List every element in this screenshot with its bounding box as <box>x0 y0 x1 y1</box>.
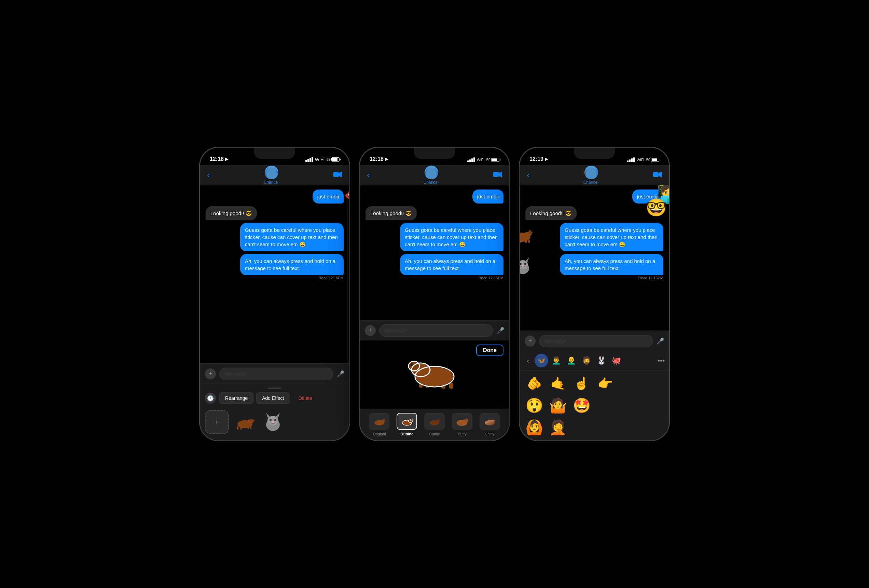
message-row-2-1: just emoji <box>365 190 504 203</box>
video-button-1[interactable] <box>334 171 342 179</box>
emoji-cell-17[interactable] <box>618 417 639 437</box>
effect-original[interactable]: Original <box>369 413 389 436</box>
emoji-cat-octopus[interactable]: 🐙 <box>610 354 623 367</box>
message-row-3-1: just emoji 🧑‍💻 <box>525 190 663 203</box>
signal-2 <box>467 157 475 162</box>
message-input-1[interactable]: iMessage <box>219 368 334 380</box>
video-button-2[interactable] <box>493 171 502 179</box>
dino-sticker-1[interactable] <box>233 410 257 434</box>
status-icons-2: WiFi 59 <box>467 157 500 162</box>
svg-point-35 <box>411 419 413 421</box>
effect-outline[interactable]: Outline <box>397 413 417 436</box>
rearrange-button[interactable]: Rearrange <box>219 392 254 404</box>
nav-center-2[interactable]: Chance › <box>424 166 440 185</box>
svg-rect-52 <box>520 240 521 243</box>
emoji-cat-memoji1[interactable]: 👨‍🦱 <box>550 354 563 367</box>
svg-point-42 <box>465 418 468 421</box>
effect-label-comic: Comic <box>429 432 440 436</box>
emoji-cell-4[interactable]: 👉 <box>595 373 615 394</box>
emoji-cell-14[interactable]: 🤦 <box>547 417 568 437</box>
emoji-cell-2[interactable]: 🤙 <box>547 373 568 394</box>
message-input-2[interactable]: iMessage <box>379 324 493 337</box>
cat-sticker-1[interactable] <box>261 410 285 434</box>
emoji-cat-bunny[interactable]: 🐰 <box>595 354 608 367</box>
effect-puffy[interactable]: Puffy <box>452 413 472 436</box>
phones-container: 12:18 ▶ WiFi 59 <box>199 147 670 441</box>
contact-name-1: Chance › <box>264 180 280 185</box>
signal-3 <box>627 157 635 162</box>
emoji-cell-9[interactable]: 🤩 <box>571 395 592 416</box>
message-bubble-1: just emoji 🎸 <box>313 190 344 203</box>
emoji-cell-8[interactable]: 🤷 <box>547 395 568 416</box>
emoji-cell-10[interactable] <box>595 395 615 416</box>
nav-center-1[interactable]: Chance › <box>264 166 280 185</box>
emoji-cell-7[interactable]: 😲 <box>524 395 544 416</box>
back-button-2[interactable]: ‹ <box>367 170 369 180</box>
plus-button-1[interactable]: + <box>205 369 216 379</box>
message-row-2-4: Ah, you can always press and hold on a m… <box>365 254 504 280</box>
emoji-cat-memoji2[interactable]: 👨‍🦲 <box>565 354 578 367</box>
phone-3-screen: 12:19 ▶ WiFi 59 <box>520 148 669 440</box>
nav-bar-2: ‹ Chance › <box>360 165 509 185</box>
mic-button-1[interactable]: 🎤 <box>337 370 344 378</box>
wifi-icon-2: WiFi <box>477 158 484 162</box>
add-sticker-button[interactable]: + <box>205 410 229 434</box>
message-row-3: Guess gotta be careful where you place s… <box>206 223 344 251</box>
messages-area-1[interactable]: just emoji 🎸 Looking good!! 😎 Guess gott… <box>200 185 349 363</box>
message-bubble-2: Looking good!! 😎 <box>206 206 257 220</box>
effect-label-shiny: Shiny <box>485 432 495 436</box>
emoji-more-button[interactable]: ••• <box>658 357 665 365</box>
location-icon-3: ▶ <box>545 157 548 161</box>
delete-button[interactable]: Delete <box>293 392 318 404</box>
phone-1: 12:18 ▶ WiFi 59 <box>199 147 350 441</box>
svg-marker-46 <box>659 172 661 177</box>
memoji-sticker-2: 🤓 <box>646 198 667 218</box>
status-bar-1: 12:18 ▶ WiFi 59 <box>200 148 349 165</box>
svg-marker-13 <box>275 413 280 418</box>
back-button-3[interactable]: ‹ <box>527 170 529 180</box>
svg-point-16 <box>271 421 274 423</box>
svg-point-5 <box>253 419 254 420</box>
emoji-cell-3[interactable]: ☝️ <box>571 373 592 394</box>
message-row-4: Ah, you can always press and hold on a m… <box>206 254 344 280</box>
input-area-1: + iMessage 🎤 <box>200 363 349 384</box>
emoji-cell-16[interactable] <box>595 417 615 437</box>
effect-shiny[interactable]: Shiny <box>480 413 500 436</box>
messages-area-3[interactable]: just emoji 🧑‍💻 Looking good!! 😎 🤓 Guess … <box>520 185 669 330</box>
effect-thumb-shiny <box>480 413 500 430</box>
mic-button-2[interactable]: 🎤 <box>497 327 504 334</box>
emoji-back-button[interactable]: ‹ <box>524 355 532 366</box>
emoji-cell-6[interactable] <box>642 373 663 394</box>
message-bubble-3-4: Ah, you can always press and hold on a m… <box>560 254 663 275</box>
back-button-1[interactable]: ‹ <box>207 170 210 180</box>
add-effect-button[interactable]: Add Effect <box>256 392 290 404</box>
emoji-cell-13[interactable]: 🙆 <box>524 417 544 437</box>
emoji-cell-12[interactable] <box>642 395 663 416</box>
effect-thumb-comic <box>424 413 445 430</box>
avatar-2 <box>425 166 438 179</box>
video-button-3[interactable] <box>653 171 662 179</box>
effect-preview: Done <box>360 341 509 409</box>
emoji-cell-15[interactable] <box>571 417 592 437</box>
contact-name-2: Chance › <box>424 180 440 185</box>
battery-1: 59 <box>326 157 340 161</box>
emoji-cell-11[interactable] <box>618 395 639 416</box>
messages-area-2[interactable]: just emoji Looking good!! 😎 Guess gotta … <box>360 185 509 320</box>
status-bar-2: 12:18 ▶ WiFi 59 <box>360 148 509 165</box>
plus-button-3[interactable]: + <box>525 336 535 347</box>
emoji-cell-1[interactable]: 🫵 <box>524 373 544 394</box>
emoji-cat-face-blue[interactable]: 🦋 <box>535 354 548 367</box>
effect-comic[interactable]: Comic <box>424 413 445 436</box>
nav-center-3[interactable]: Chance › <box>583 166 599 185</box>
message-row-3-3: Guess gotta be careful where you place s… <box>525 223 663 251</box>
done-button[interactable]: Done <box>476 345 504 356</box>
emoji-cell-18[interactable] <box>642 417 663 437</box>
clock-icon-1[interactable]: 🕐 <box>205 392 216 404</box>
emoji-cat-memoji3[interactable]: 🧔 <box>580 354 593 367</box>
emoji-cell-5[interactable] <box>618 373 639 394</box>
svg-marker-58 <box>525 258 529 262</box>
mic-button-3[interactable]: 🎤 <box>657 338 664 345</box>
plus-button-2[interactable]: + <box>365 325 376 336</box>
message-input-3[interactable]: iMessage <box>539 335 653 347</box>
status-icons-3: WiFi 59 <box>627 157 659 162</box>
